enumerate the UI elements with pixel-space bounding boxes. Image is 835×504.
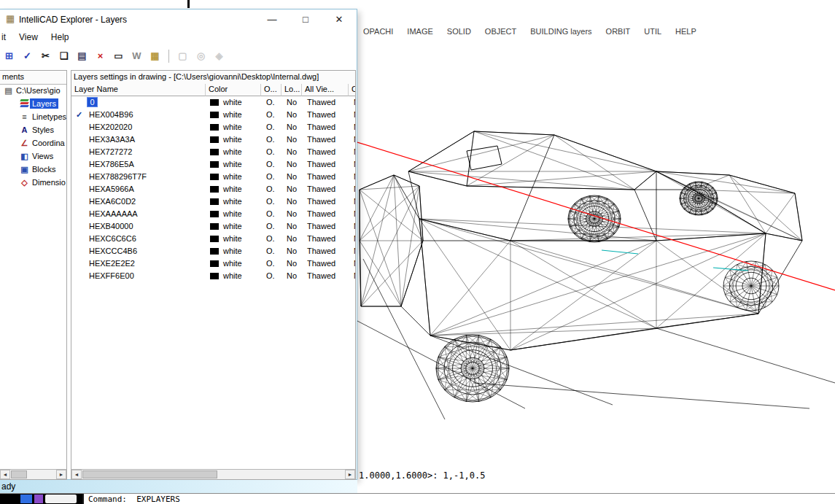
layer-on-cell[interactable]: O.: [261, 109, 281, 121]
command-line[interactable]: Command: EXPLAYERS: [88, 495, 180, 504]
target-icon[interactable]: ◎: [193, 48, 209, 63]
taskbar-icon-blue[interactable]: [20, 495, 32, 503]
layer-color-cell[interactable]: white: [206, 220, 261, 233]
delete-icon[interactable]: ×: [93, 48, 108, 63]
layer-row[interactable]: HEXC6C6C6whiteO.NoThawedN: [71, 233, 355, 245]
layer-allviewports-cell[interactable]: Thawed: [302, 171, 349, 183]
layer-lock-cell[interactable]: No: [281, 133, 302, 146]
layer-c-cell[interactable]: N: [349, 270, 355, 282]
layer-name-cell[interactable]: HEXE2E2E2: [71, 257, 206, 270]
layer-row[interactable]: HEX3A3A3AwhiteO.NoThawedN: [71, 133, 355, 146]
app-menu-building-layers[interactable]: BUILDING layers: [530, 27, 591, 39]
layer-on-cell[interactable]: O.: [261, 171, 281, 183]
layer-c-cell[interactable]: N: [349, 195, 355, 208]
column-header-c[interactable]: C: [349, 84, 355, 96]
layer-allviewports-cell[interactable]: Thawed: [302, 183, 349, 195]
layer-row[interactable]: HEX202020whiteO.NoThawedN: [71, 121, 355, 133]
layer-color-cell[interactable]: white: [206, 96, 261, 109]
layer-row[interactable]: HEX786E5AwhiteO.NoThawedN: [71, 158, 355, 171]
layer-allviewports-cell[interactable]: Thawed: [302, 146, 349, 158]
layer-row[interactable]: HEXCCC4B6whiteO.NoThawedN: [71, 245, 355, 257]
layer-allviewports-cell[interactable]: Thawed: [302, 158, 349, 171]
layer-allviewports-cell[interactable]: Thawed: [302, 257, 349, 270]
layer-name-cell[interactable]: ✓HEX004B96: [71, 109, 206, 121]
maximize-button[interactable]: □: [293, 9, 318, 29]
app-menu-solid[interactable]: SOLID: [447, 27, 471, 39]
layer-allviewports-cell[interactable]: Thawed: [302, 245, 349, 257]
layer-name-cell[interactable]: HEXB40000: [71, 220, 206, 233]
layer-on-cell[interactable]: O.: [261, 183, 281, 195]
column-header-all-vie[interactable]: All Vie...: [302, 84, 349, 96]
tree-horizontal-scrollbar[interactable]: ◄ ►: [0, 469, 66, 479]
drawing-canvas[interactable]: [357, 40, 835, 493]
sidebar-item-layers[interactable]: Layers: [0, 97, 66, 110]
layer-color-cell[interactable]: white: [206, 257, 261, 270]
layer-row[interactable]: ✓HEX004B96whiteO.NoThawedN: [71, 109, 355, 121]
layer-row[interactable]: HEX788296T7FwhiteO.NoThawedN: [71, 171, 355, 183]
layer-allviewports-cell[interactable]: Thawed: [302, 220, 349, 233]
box-icon[interactable]: ▢: [175, 48, 190, 63]
layer-lock-cell[interactable]: No: [281, 171, 302, 183]
layer-row[interactable]: HEXB40000whiteO.NoThawedN: [71, 220, 355, 233]
sidebar-item-blocks[interactable]: ▣Blocks: [0, 163, 66, 176]
layer-on-cell[interactable]: O.: [261, 270, 281, 282]
layer-lock-cell[interactable]: No: [281, 220, 302, 233]
layer-on-cell[interactable]: O.: [261, 146, 281, 158]
sidebar-item-views[interactable]: ◧Views: [0, 150, 66, 163]
layer-color-cell[interactable]: white: [206, 233, 261, 245]
file-icon[interactable]: ▦: [147, 48, 163, 63]
minimize-button[interactable]: —: [260, 9, 284, 29]
layer-color-cell[interactable]: white: [206, 183, 261, 195]
tree-root-folder[interactable]: ▤C:\Users\gio: [0, 84, 66, 97]
layer-on-cell[interactable]: O.: [261, 195, 281, 208]
scroll-right-icon[interactable]: ►: [345, 470, 355, 479]
layer-lock-cell[interactable]: No: [281, 109, 302, 121]
layer-row[interactable]: HEXE2E2E2whiteO.NoThawedN: [71, 257, 355, 270]
layer-color-cell[interactable]: white: [206, 121, 261, 133]
taskbar-icon-white[interactable]: [45, 495, 77, 503]
layer-color-cell[interactable]: white: [206, 171, 261, 183]
layer-name-cell[interactable]: HEXA6C0D2: [71, 195, 206, 208]
layer-row[interactable]: HEXAAAAAAwhiteO.NoThawedN: [71, 208, 355, 220]
explore-new-icon[interactable]: ⊞: [1, 48, 17, 63]
layer-name-cell[interactable]: 0: [71, 96, 206, 109]
copy-icon[interactable]: ❏: [56, 48, 71, 63]
layer-c-cell[interactable]: N: [349, 245, 355, 257]
layer-row[interactable]: HEX727272whiteO.NoThawedN: [71, 146, 355, 158]
layer-on-cell[interactable]: O.: [261, 121, 281, 133]
layer-lock-cell[interactable]: No: [281, 233, 302, 245]
layer-on-cell[interactable]: O.: [261, 220, 281, 233]
layer-on-cell[interactable]: O.: [261, 257, 281, 270]
cut-icon[interactable]: ✂: [38, 48, 53, 63]
layer-allviewports-cell[interactable]: Thawed: [302, 208, 349, 220]
layer-color-cell[interactable]: white: [206, 245, 261, 257]
scrollbar-thumb[interactable]: [11, 470, 27, 478]
layer-name-cell[interactable]: HEXFF6E00: [71, 270, 206, 282]
paste-icon[interactable]: ▤: [74, 48, 90, 63]
scrollbar-thumb[interactable]: [82, 470, 217, 478]
table-horizontal-scrollbar[interactable]: ◄ ►: [71, 469, 355, 479]
layer-color-cell[interactable]: white: [206, 133, 261, 146]
layer-lock-cell[interactable]: No: [281, 96, 302, 109]
layer-allviewports-cell[interactable]: Thawed: [302, 96, 349, 109]
layer-color-cell[interactable]: white: [206, 109, 261, 121]
layer-c-cell[interactable]: N: [349, 171, 355, 183]
layer-on-cell[interactable]: O.: [261, 133, 281, 146]
layer-name-cell[interactable]: HEX727272: [71, 146, 206, 158]
layer-on-cell[interactable]: O.: [261, 245, 281, 257]
layer-c-cell[interactable]: N: [349, 146, 355, 158]
layer-on-cell[interactable]: O.: [261, 233, 281, 245]
layer-c-cell[interactable]: N: [349, 158, 355, 171]
sidebar-item-dimensio[interactable]: ◇Dimensio: [0, 176, 66, 189]
layer-name-cell[interactable]: HEXAAAAAA: [71, 208, 206, 220]
scroll-right-icon[interactable]: ►: [56, 470, 66, 479]
layer-name-cell[interactable]: HEXA5966A: [71, 183, 206, 195]
menu-it[interactable]: it: [0, 30, 12, 46]
app-menu-help[interactable]: HELP: [675, 27, 696, 39]
layer-lock-cell[interactable]: No: [281, 146, 302, 158]
column-header-o[interactable]: O...: [261, 84, 281, 96]
column-header-color[interactable]: Color: [206, 84, 261, 96]
layer-color-cell[interactable]: white: [206, 146, 261, 158]
layer-c-cell[interactable]: N: [349, 233, 355, 245]
layer-lock-cell[interactable]: No: [281, 183, 302, 195]
